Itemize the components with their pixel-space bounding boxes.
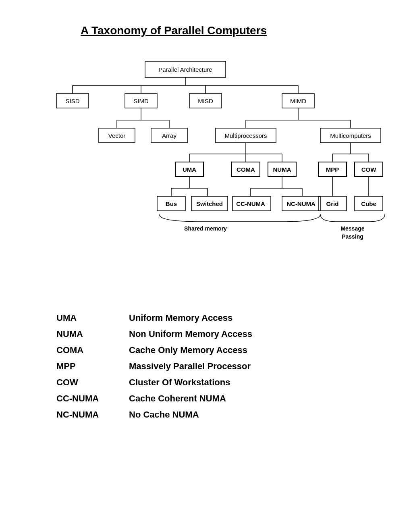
page: A Taxonomy of Parallel Computers Paralle… <box>0 0 411 532</box>
legend-desc-numa: Non Uniform Memory Access <box>129 329 252 339</box>
legend-desc-ccnuma: Cache Coherent NUMA <box>129 393 226 404</box>
svg-text:MISD: MISD <box>198 98 213 104</box>
svg-text:Array: Array <box>162 132 176 139</box>
svg-text:UMA: UMA <box>183 166 196 173</box>
legend-abbr-coma: COMA <box>56 345 129 355</box>
svg-text:Switched: Switched <box>196 200 223 207</box>
svg-text:Message: Message <box>340 225 364 232</box>
legend-row-cow: COW Cluster Of Workstations <box>56 377 379 388</box>
tree-svg: Parallel Architecture SISD SIMD MISD MIM… <box>32 53 379 287</box>
legend-abbr-mpp: MPP <box>56 361 129 372</box>
svg-text:Shared memory: Shared memory <box>184 225 227 232</box>
svg-text:Passing: Passing <box>342 233 363 240</box>
svg-text:COW: COW <box>361 166 377 173</box>
svg-text:SISD: SISD <box>65 98 79 104</box>
legend-abbr-uma: UMA <box>56 313 129 323</box>
legend-desc-mpp: Massively Parallel Processor <box>129 361 251 372</box>
legend-abbr-numa: NUMA <box>56 329 129 339</box>
legend-abbr-ncnuma: NC-NUMA <box>56 409 129 420</box>
svg-text:Multicomputers: Multicomputers <box>330 132 371 139</box>
svg-text:CC-NUMA: CC-NUMA <box>236 200 265 207</box>
svg-text:Cube: Cube <box>361 200 376 207</box>
tree-diagram: Parallel Architecture SISD SIMD MISD MIM… <box>32 53 379 289</box>
svg-text:MPP: MPP <box>326 166 339 173</box>
svg-text:Grid: Grid <box>326 200 339 207</box>
page-title: A Taxonomy of Parallel Computers <box>81 24 379 37</box>
svg-text:NC-NUMA: NC-NUMA <box>286 200 316 207</box>
legend-row-coma: COMA Cache Only Memory Access <box>56 345 379 355</box>
legend: UMA Uniform Memory Access NUMA Non Unifo… <box>56 313 379 420</box>
legend-row-ncnuma: NC-NUMA No Cache NUMA <box>56 409 379 420</box>
legend-desc-cow: Cluster Of Workstations <box>129 377 230 388</box>
svg-text:Parallel Architecture: Parallel Architecture <box>158 66 212 73</box>
svg-text:COMA: COMA <box>237 166 255 173</box>
legend-abbr-cow: COW <box>56 377 129 388</box>
svg-text:SIMD: SIMD <box>133 98 149 104</box>
legend-row-mpp: MPP Massively Parallel Processor <box>56 361 379 372</box>
svg-text:Vector: Vector <box>108 132 126 139</box>
svg-text:MIMD: MIMD <box>290 98 306 104</box>
legend-desc-uma: Uniform Memory Access <box>129 313 232 323</box>
legend-desc-ncnuma: No Cache NUMA <box>129 409 199 420</box>
legend-row-numa: NUMA Non Uniform Memory Access <box>56 329 379 339</box>
svg-text:Bus: Bus <box>166 200 177 207</box>
legend-abbr-ccnuma: CC-NUMA <box>56 393 129 404</box>
svg-text:Multiprocessors: Multiprocessors <box>224 132 267 139</box>
legend-desc-coma: Cache Only Memory Access <box>129 345 247 355</box>
svg-text:NUMA: NUMA <box>273 166 291 173</box>
legend-row-uma: UMA Uniform Memory Access <box>56 313 379 323</box>
legend-row-ccnuma: CC-NUMA Cache Coherent NUMA <box>56 393 379 404</box>
